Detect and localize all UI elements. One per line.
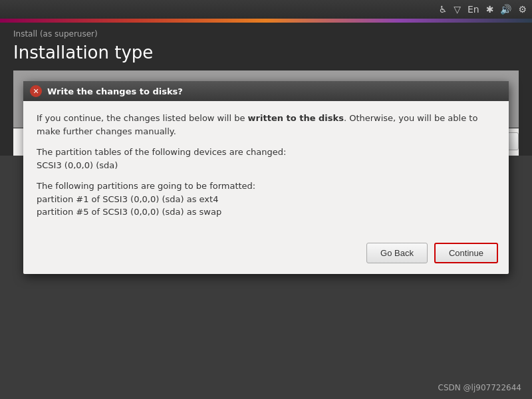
wifi-icon[interactable]: ▽ bbox=[454, 4, 461, 15]
content-area: This computer currently has no detected … bbox=[13, 70, 519, 128]
superuser-label: Install (as superuser) bbox=[13, 29, 519, 39]
dialog-para1: If you continue, the changes listed belo… bbox=[37, 112, 495, 138]
dialog: ✕ Write the changes to disks? If you con… bbox=[23, 81, 509, 274]
volume-icon[interactable]: 🔊 bbox=[500, 4, 511, 15]
accessibility-icon[interactable]: ♿ bbox=[439, 4, 448, 15]
dialog-close-button[interactable]: ✕ bbox=[30, 85, 42, 97]
main-area: Install (as superuser) Installation type… bbox=[0, 23, 532, 156]
dialog-para3: The following partitions are going to be… bbox=[37, 180, 495, 219]
dialog-overlay: ✕ Write the changes to disks? If you con… bbox=[13, 70, 519, 128]
continue-button[interactable]: Continue bbox=[434, 243, 498, 263]
top-bar: ♿ ▽ En ✱ 🔊 ⚙ bbox=[0, 0, 532, 19]
language-icon[interactable]: En bbox=[467, 4, 479, 15]
dialog-body: If you continue, the changes listed belo… bbox=[23, 101, 509, 237]
dialog-title: Write the changes to disks? bbox=[47, 86, 183, 96]
page-title: Installation type bbox=[13, 43, 519, 63]
dialog-buttons: Go Back Continue bbox=[23, 237, 509, 274]
watermark: CSDN @lj907722644 bbox=[438, 383, 521, 392]
dialog-para2: The partition tables of the following de… bbox=[37, 146, 495, 172]
dialog-titlebar: ✕ Write the changes to disks? bbox=[23, 81, 509, 101]
go-back-button[interactable]: Go Back bbox=[366, 243, 428, 263]
settings-icon[interactable]: ⚙ bbox=[518, 4, 527, 15]
bluetooth-icon[interactable]: ✱ bbox=[486, 4, 494, 15]
